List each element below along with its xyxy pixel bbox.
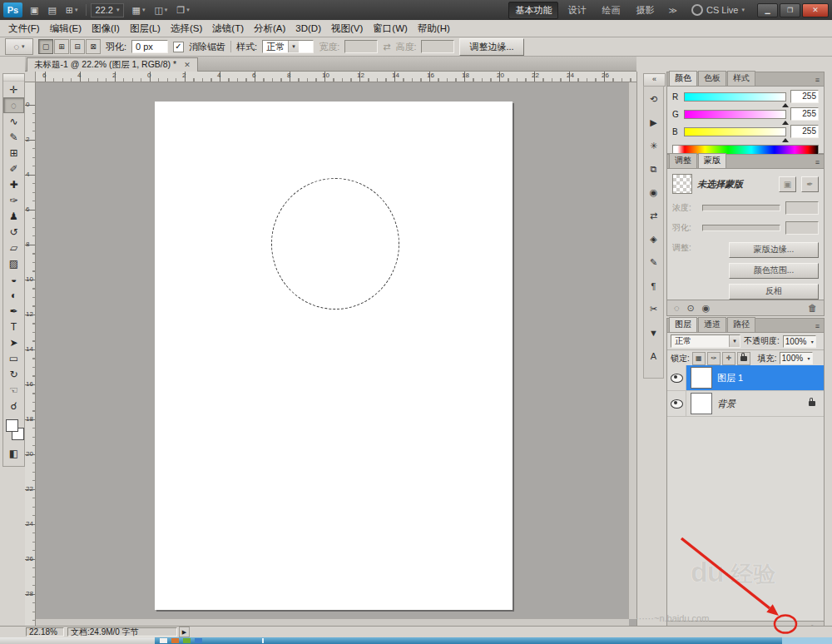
fill-field[interactable]: 100% ▾ <box>780 352 813 364</box>
foreground-color-swatch[interactable] <box>6 419 18 432</box>
new-selection-icon[interactable]: ▢ <box>38 39 53 54</box>
menu-analysis[interactable]: 分析(A) <box>249 21 290 37</box>
layer-row[interactable]: 背景 <box>667 391 824 417</box>
lock-pixels-icon[interactable]: ✑ <box>707 352 721 365</box>
zoom-level-field[interactable]: 22.2 ▾ <box>91 3 125 17</box>
zoom-tool[interactable]: ☌ <box>3 398 24 414</box>
add-selection-icon[interactable]: ⊞ <box>54 39 69 54</box>
drop-panel-icon[interactable]: ▼ <box>646 324 661 340</box>
paragraph-panel-icon[interactable]: ¶ <box>646 278 661 294</box>
blur-tool[interactable]: ◒ <box>3 271 24 287</box>
menu-filter[interactable]: 滤镜(T) <box>207 21 249 37</box>
channel-r-slider[interactable] <box>684 92 786 102</box>
masks-tab-masks[interactable]: 蒙版 <box>698 153 726 168</box>
layer-thumbnail[interactable] <box>691 393 712 414</box>
menu-view[interactable]: 视图(V) <box>326 21 368 37</box>
animation-panel-icon[interactable]: ⇄ <box>646 208 661 224</box>
elliptical-marquee-tool[interactable]: ◌ <box>3 97 24 113</box>
menu-file[interactable]: 文件(F) <box>3 21 45 37</box>
panel-menu-icon[interactable]: ≡ <box>815 158 822 168</box>
channel-g-value[interactable]: 255 <box>790 107 819 121</box>
delete-mask-icon[interactable]: 🗑 <box>808 303 817 313</box>
restore-button[interactable]: ❐ <box>780 3 800 17</box>
menu-image[interactable]: 图像(I) <box>87 21 125 37</box>
history-panel-icon[interactable]: ⟲ <box>646 92 661 107</box>
slider-handle-icon[interactable] <box>782 117 789 125</box>
gradient-tool[interactable]: ▨ <box>3 255 24 271</box>
layer-thumbnail[interactable] <box>691 367 712 389</box>
lock-transparency-icon[interactable]: ▦ <box>692 352 706 365</box>
visibility-toggle[interactable] <box>667 391 686 416</box>
mask-edge-button[interactable]: 蒙版边缘... <box>729 242 819 258</box>
crop-tool[interactable]: ⊞ <box>3 145 24 161</box>
workspace-photography[interactable]: 摄影 <box>629 2 661 19</box>
color-tab-styles[interactable]: 样式 <box>727 71 755 86</box>
move-tool[interactable]: ✛ <box>3 82 24 97</box>
cs-live-button[interactable]: CS Live ▾ <box>691 4 745 16</box>
dodge-tool[interactable]: ◐ <box>3 287 24 303</box>
arrange-documents-icon[interactable]: ◫▾ <box>151 4 171 17</box>
subtract-selection-icon[interactable]: ⊟ <box>70 39 85 54</box>
refine-edge-button[interactable]: 调整边缘... <box>459 38 523 56</box>
add-vector-mask-button[interactable]: ✒ <box>801 176 819 192</box>
workspace-painting[interactable]: 绘画 <box>595 2 626 19</box>
antialias-checkbox[interactable]: ✓ <box>173 42 184 52</box>
clone-source-panel-icon[interactable]: ⧉ <box>646 161 661 177</box>
brush-tool[interactable]: ✑ <box>3 192 24 208</box>
blend-mode-select[interactable]: 正常 ▾ <box>671 334 740 348</box>
rectangle-tool[interactable]: ▭ <box>3 350 24 366</box>
status-zoom-field[interactable]: 22.18% <box>26 627 64 637</box>
hand-tool[interactable]: ☜ <box>3 382 24 398</box>
mask-visibility-icon[interactable]: ◉ <box>702 303 711 314</box>
menu-edit[interactable]: 编辑(E) <box>45 21 87 37</box>
workspace-design[interactable]: 设计 <box>561 2 592 19</box>
type-tool[interactable]: T <box>3 319 24 334</box>
menu-help[interactable]: 帮助(H) <box>413 21 455 37</box>
color-tab-swatches[interactable]: 色板 <box>698 71 726 86</box>
masks-tab-adjustments[interactable]: 调整 <box>669 153 697 168</box>
canvas-viewport[interactable] <box>36 82 629 619</box>
history-brush-tool[interactable]: ↺ <box>3 224 24 240</box>
view-extras-icon[interactable]: ⊞▾ <box>62 4 82 17</box>
channel-r-value[interactable]: 255 <box>790 90 819 103</box>
rotate-view-tool[interactable]: ↻ <box>3 366 24 382</box>
lasso-tool[interactable]: ∿ <box>3 113 24 129</box>
layer-row[interactable]: 图层 1 <box>667 365 824 391</box>
bridge-icon[interactable]: ▣ <box>27 4 42 17</box>
menu-threed[interactable]: 3D(D) <box>290 22 326 35</box>
channel-b-value[interactable]: 255 <box>790 125 819 138</box>
add-pixel-mask-button[interactable]: ▣ <box>779 176 796 192</box>
hand-pan-icon[interactable]: ▦▾ <box>128 4 148 17</box>
panel-menu-icon[interactable]: ≡ <box>815 322 822 332</box>
clone-stamp-tool[interactable]: ♟ <box>3 208 24 224</box>
slice-panel-icon[interactable]: ✂ <box>646 301 661 317</box>
feather-input[interactable]: 0 px <box>131 40 168 53</box>
minimize-button[interactable]: ▁ <box>757 3 778 17</box>
workspace-overflow-icon[interactable]: ≫ <box>665 6 680 15</box>
horizontal-ruler[interactable]: 64202468101214161820222426 <box>36 72 636 82</box>
brush-presets-panel-icon[interactable]: ✳ <box>646 138 661 154</box>
color-range-button[interactable]: 颜色范围... <box>729 263 819 279</box>
screen-mode-icon[interactable]: ❐▾ <box>173 4 192 17</box>
lock-position-icon[interactable]: ✛ <box>722 352 735 365</box>
mini-bridge-icon[interactable]: ▤ <box>44 4 59 17</box>
invert-button[interactable]: 反相 <box>729 284 819 300</box>
channel-b-slider[interactable] <box>684 127 786 136</box>
tool-preset-button[interactable]: ◌ ▾ <box>5 38 33 55</box>
style-select[interactable]: 正常 ▾ <box>262 40 314 53</box>
threed-panel-icon[interactable]: ◈ <box>646 231 661 247</box>
slider-handle-icon[interactable] <box>782 100 789 107</box>
visibility-toggle[interactable] <box>667 365 686 390</box>
info-panel-icon[interactable]: ◉ <box>646 185 661 201</box>
layers-tab-layers[interactable]: 图层 <box>669 317 697 332</box>
expand-panels-button[interactable]: « <box>643 73 666 87</box>
character-panel-icon[interactable]: A <box>646 348 661 364</box>
quick-selection-tool[interactable]: ✎ <box>3 129 24 145</box>
vertical-ruler[interactable]: 0246810121416182022242628 <box>25 82 36 626</box>
load-mask-selection-icon[interactable]: ◌ <box>674 303 680 313</box>
document-tab[interactable]: 未标题-1 @ 22.2% (图层 1, RGB/8) * ✕ <box>27 57 198 72</box>
layers-tab-channels[interactable]: 通道 <box>698 317 726 332</box>
layers-tab-paths[interactable]: 路径 <box>727 317 755 332</box>
status-expand-button[interactable]: ▶ <box>179 627 190 637</box>
horizontal-scrollbar[interactable] <box>36 618 629 626</box>
